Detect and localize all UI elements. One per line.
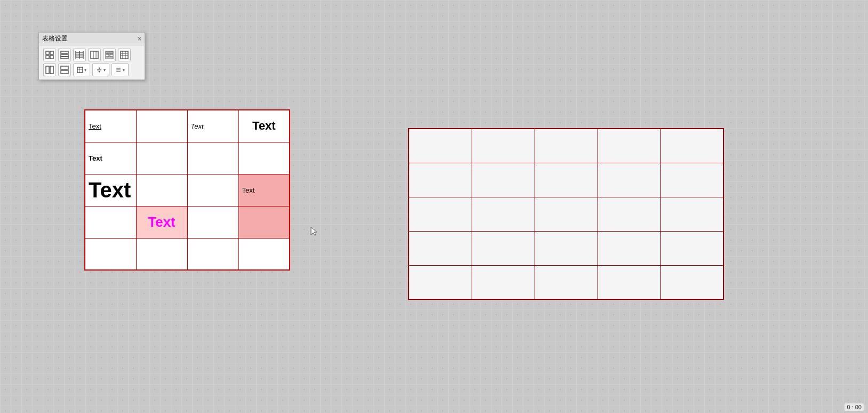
timer-label: 0 : 00: [847, 404, 862, 410]
cell-text-large: Text: [252, 119, 276, 132]
table-cell[interactable]: [409, 231, 472, 265]
svg-rect-16: [106, 51, 113, 54]
table-cell[interactable]: [535, 163, 598, 197]
toolbar-row-2: ▾ ▾ ▾: [43, 63, 140, 76]
table-row: [409, 231, 723, 265]
table-cell[interactable]: [535, 197, 598, 231]
cell-text-bold-label: Text: [89, 154, 102, 162]
table-cell[interactable]: [409, 129, 472, 163]
table-cell[interactable]: [660, 231, 723, 265]
table-cell-r2c0[interactable]: Text: [85, 174, 136, 206]
svg-marker-36: [98, 72, 100, 73]
svg-marker-40: [311, 227, 317, 235]
table-cell-r0c3[interactable]: Text: [238, 110, 290, 142]
svg-rect-13: [91, 51, 98, 59]
tb-btn-table2[interactable]: [58, 49, 71, 61]
cell-text-big: Text: [89, 178, 131, 202]
tb-btn-merge[interactable]: [43, 63, 56, 76]
table-row: [409, 163, 723, 197]
table-cell-r1c3[interactable]: [238, 142, 290, 174]
table-row: Text: [85, 142, 290, 174]
table-cell-r1c2[interactable]: [187, 142, 238, 174]
timer: 0 : 00: [845, 403, 864, 411]
tb-btn-table4[interactable]: [88, 49, 101, 61]
table-row: Text Text Text: [85, 110, 290, 142]
svg-rect-6: [61, 57, 68, 59]
table-cell[interactable]: [535, 265, 598, 299]
table-cell[interactable]: [472, 231, 535, 265]
table-cell[interactable]: [472, 265, 535, 299]
toolbar-close-button[interactable]: ×: [138, 35, 141, 43]
table-right[interactable]: [408, 128, 724, 300]
table-cell[interactable]: [409, 265, 472, 299]
table-row: [409, 265, 723, 299]
table-cell[interactable]: [660, 197, 723, 231]
table-row: [409, 129, 723, 163]
table-cell-r2c2[interactable]: [187, 174, 238, 206]
cell-text-pink: Text: [242, 186, 255, 194]
svg-rect-27: [61, 66, 68, 69]
svg-rect-29: [77, 67, 83, 73]
toolbar-body: ▾ ▾ ▾: [39, 45, 145, 80]
cell-text-underline: Text: [89, 122, 101, 130]
table-cell-r2c3-pink[interactable]: Text: [238, 174, 290, 206]
table-cell-r3c1-magenta[interactable]: Text: [136, 206, 187, 238]
table-cell[interactable]: [598, 265, 660, 299]
table-cell-r3c3[interactable]: [238, 206, 290, 238]
table-cell-r4c2[interactable]: [187, 238, 238, 270]
table-cell-r0c2[interactable]: Text: [187, 110, 238, 142]
table-cell-r2c1[interactable]: [136, 174, 187, 206]
table-cell-r4c3[interactable]: [238, 238, 290, 270]
svg-rect-4: [61, 51, 68, 53]
cell-text-italic: Text: [191, 122, 204, 130]
table-cell[interactable]: [598, 163, 660, 197]
svg-rect-3: [50, 55, 53, 59]
cell-text-magenta: Text: [148, 214, 176, 230]
table-cell[interactable]: [660, 265, 723, 299]
table-left-wrap: Text Text Text Text: [84, 109, 290, 271]
table-cell-r0c0[interactable]: Text: [85, 110, 136, 142]
table-cell[interactable]: [409, 163, 472, 197]
svg-rect-19: [106, 57, 113, 59]
tb-btn-table5[interactable]: [103, 49, 116, 61]
toolbar-panel: 表格设置 ×: [38, 32, 145, 80]
tb-btn-valign-dropdown[interactable]: ▾: [92, 63, 109, 76]
table-cell[interactable]: [598, 197, 660, 231]
table-row: Text: [85, 206, 290, 238]
svg-rect-26: [50, 66, 53, 74]
table-cell[interactable]: [409, 197, 472, 231]
table-row: Text Text: [85, 174, 290, 206]
table-cell-r1c0[interactable]: Text: [85, 142, 136, 174]
cursor: [310, 226, 317, 234]
table-cell[interactable]: [660, 129, 723, 163]
svg-rect-28: [61, 70, 68, 74]
table-cell[interactable]: [535, 129, 598, 163]
table-left[interactable]: Text Text Text Text: [84, 109, 290, 271]
table-cell-r1c1[interactable]: [136, 142, 187, 174]
toolbar-row-1: [43, 49, 140, 61]
table-cell[interactable]: [472, 197, 535, 231]
tb-btn-split[interactable]: [58, 63, 71, 76]
svg-rect-20: [121, 51, 128, 59]
table-cell[interactable]: [472, 129, 535, 163]
tb-btn-halign-dropdown[interactable]: ▾: [112, 63, 129, 76]
table-cell[interactable]: [535, 231, 598, 265]
table-cell-r3c2[interactable]: [187, 206, 238, 238]
table-cell-r4c1[interactable]: [136, 238, 187, 270]
table-cell[interactable]: [472, 163, 535, 197]
table-cell[interactable]: [660, 163, 723, 197]
table-row: [85, 238, 290, 270]
tb-btn-table1[interactable]: [43, 49, 56, 61]
tb-btn-table6[interactable]: [118, 49, 131, 61]
svg-rect-2: [46, 55, 49, 59]
table-cell[interactable]: [598, 231, 660, 265]
tb-btn-border-dropdown[interactable]: ▾: [73, 63, 90, 76]
table-cell-r3c0[interactable]: [85, 206, 136, 238]
table-cell[interactable]: [598, 129, 660, 163]
table-cell-r0c1[interactable]: [136, 110, 187, 142]
table-cell-r4c0[interactable]: [85, 238, 136, 270]
svg-rect-1: [50, 51, 53, 54]
tb-btn-table3[interactable]: [73, 49, 86, 61]
svg-rect-18: [110, 54, 113, 57]
toolbar-title-bar: 表格设置 ×: [39, 33, 145, 45]
